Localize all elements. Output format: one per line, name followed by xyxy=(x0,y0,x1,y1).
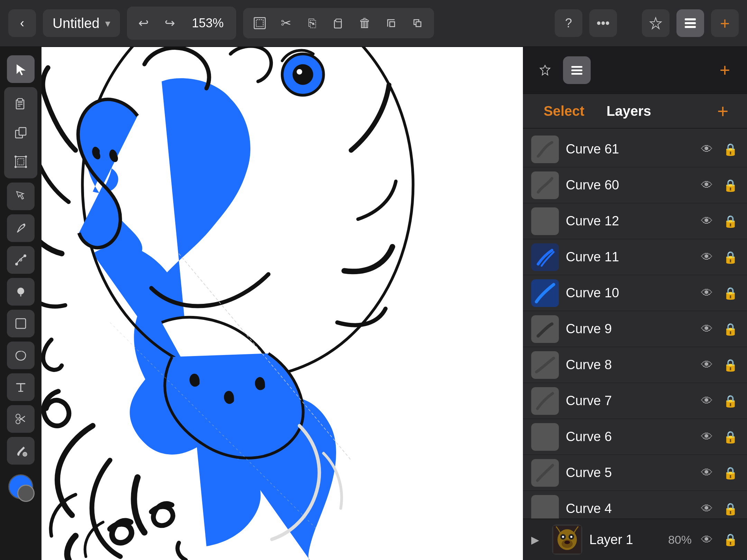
main-area: + Select Layers + Curve 61 👁 🔒 xyxy=(0,47,747,560)
pin-panel-button[interactable] xyxy=(531,56,559,84)
move-forward-button[interactable] xyxy=(405,11,430,36)
group-opacity-layer1: 80% xyxy=(668,533,692,547)
shape-tool[interactable] xyxy=(7,310,35,337)
layer-eye-curve6[interactable]: 👁 xyxy=(699,429,715,445)
layers-tab[interactable]: Layers xyxy=(600,101,658,122)
svg-rect-5 xyxy=(685,22,696,24)
layer-lock-curve4[interactable]: 🔒 xyxy=(722,501,739,517)
layer-lock-curve5[interactable]: 🔒 xyxy=(722,465,739,481)
layer-eye-curve60[interactable]: 👁 xyxy=(699,177,715,194)
node-tool[interactable] xyxy=(7,246,35,274)
secondary-color-swatch[interactable] xyxy=(17,485,35,502)
delete-button[interactable]: 🗑 xyxy=(352,11,377,36)
svg-point-46 xyxy=(562,536,564,538)
layer-item-curve6[interactable]: Curve 6 👁 🔒 xyxy=(523,419,747,455)
scissors-tool[interactable] xyxy=(7,405,35,433)
svg-point-23 xyxy=(20,259,22,261)
add-panel-button[interactable]: + xyxy=(711,9,739,37)
layer-eye-curve11[interactable]: 👁 xyxy=(699,249,715,265)
document-title-button[interactable]: Untitled ▾ xyxy=(43,9,120,37)
layer-lock-curve12[interactable]: 🔒 xyxy=(722,213,739,230)
help-button[interactable]: ? xyxy=(555,9,582,37)
layer-thumb-curve9 xyxy=(531,315,559,343)
transform-tool[interactable] xyxy=(7,148,35,176)
add-layer-button[interactable]: + xyxy=(712,101,733,121)
layer-lock-curve61[interactable]: 🔒 xyxy=(722,141,739,158)
layer-item-curve7[interactable]: Curve 7 👁 🔒 xyxy=(523,383,747,419)
layer-eye-curve4[interactable]: 👁 xyxy=(699,501,715,517)
clipboard-tool[interactable] xyxy=(7,90,35,118)
cut-button[interactable]: ✂ xyxy=(274,11,298,36)
layer-eye-curve7[interactable]: 👁 xyxy=(699,393,715,409)
direct-select-tool[interactable] xyxy=(7,183,35,210)
layer-lock-curve11[interactable]: 🔒 xyxy=(722,249,739,265)
svg-point-21 xyxy=(15,263,18,265)
canvas-area[interactable] xyxy=(42,47,523,560)
history-toolbar: ↩ ↪ 153% xyxy=(127,7,236,40)
layer-item-curve61[interactable]: Curve 61 👁 🔒 xyxy=(523,131,747,167)
redo-button[interactable]: ↪ xyxy=(157,11,182,36)
pin-button[interactable] xyxy=(642,9,670,37)
group-lock-layer1[interactable]: 🔒 xyxy=(722,533,739,547)
layer-name-curve60: Curve 60 xyxy=(566,178,692,193)
layer-item-curve60[interactable]: Curve 60 👁 🔒 xyxy=(523,167,747,203)
more-button[interactable]: ••• xyxy=(589,9,617,37)
layer-item-curve9[interactable]: Curve 9 👁 🔒 xyxy=(523,311,747,347)
layer-item-curve5[interactable]: Curve 5 👁 🔒 xyxy=(523,455,747,491)
layer-eye-curve12[interactable]: 👁 xyxy=(699,213,715,230)
text-tool[interactable] xyxy=(7,373,35,401)
layer-thumb-curve61 xyxy=(531,136,559,163)
lasso-tool[interactable] xyxy=(7,342,35,369)
layer-name-curve5: Curve 5 xyxy=(566,465,692,480)
svg-point-29 xyxy=(23,452,27,456)
layer-lock-curve8[interactable]: 🔒 xyxy=(722,357,739,373)
pen-tool[interactable] xyxy=(7,214,35,242)
layers-panel-button[interactable] xyxy=(676,9,704,37)
zoom-display: 153% xyxy=(184,9,232,37)
copy-button[interactable]: ⎘ xyxy=(300,11,325,36)
brush-tool[interactable] xyxy=(7,278,35,306)
group-expand-icon[interactable]: ▶ xyxy=(531,534,545,546)
left-toolbar xyxy=(0,47,42,560)
svg-point-20 xyxy=(23,224,25,226)
layer-group-item-layer1[interactable]: ▶ Layer 1 80% 👁 🔒 xyxy=(523,519,747,560)
layer-item-curve10[interactable]: Curve 10 👁 🔒 xyxy=(523,275,747,311)
add-new-panel-button[interactable]: + xyxy=(711,56,739,84)
layer-name-curve61: Curve 61 xyxy=(566,142,692,157)
svg-rect-14 xyxy=(16,157,26,167)
select-frame-button[interactable] xyxy=(247,11,272,36)
group-eye-layer1[interactable]: 👁 xyxy=(699,533,715,547)
layer-item-curve8[interactable]: Curve 8 👁 🔒 xyxy=(523,347,747,383)
select-tab[interactable]: Select xyxy=(537,101,591,122)
layers-panel-header: Select Layers + xyxy=(523,94,747,129)
fill-tool[interactable] xyxy=(7,437,35,465)
layer-eye-curve10[interactable]: 👁 xyxy=(699,285,715,301)
duplicate-tool[interactable] xyxy=(7,119,35,147)
svg-point-16 xyxy=(15,156,17,158)
layer-eye-curve61[interactable]: 👁 xyxy=(699,141,715,158)
layer-name-curve7: Curve 7 xyxy=(566,393,692,408)
layer-thumb-curve4 xyxy=(531,495,559,519)
layer-eye-curve8[interactable]: 👁 xyxy=(699,357,715,373)
layer-eye-curve9[interactable]: 👁 xyxy=(699,321,715,337)
layer-lock-curve9[interactable]: 🔒 xyxy=(722,321,739,337)
svg-rect-39 xyxy=(571,73,582,75)
layer-lock-curve10[interactable]: 🔒 xyxy=(722,285,739,301)
svg-point-34 xyxy=(297,69,302,75)
layer-eye-curve5[interactable]: 👁 xyxy=(699,465,715,481)
select-tool[interactable] xyxy=(7,55,35,83)
paste-button[interactable] xyxy=(326,11,351,36)
back-button[interactable]: ‹ xyxy=(8,9,36,37)
layer-item-curve11[interactable]: Curve 11 👁 🔒 xyxy=(523,239,747,275)
layer-lock-curve6[interactable]: 🔒 xyxy=(722,429,739,445)
layer-item-curve12[interactable]: Curve 12 👁 🔒 xyxy=(523,203,747,239)
layer-item-curve4[interactable]: Curve 4 👁 🔒 xyxy=(523,491,747,519)
undo-button[interactable]: ↩ xyxy=(131,11,156,36)
panel-icon-bar: + xyxy=(523,47,747,94)
move-back-button[interactable] xyxy=(379,11,404,36)
layer-lock-curve60[interactable]: 🔒 xyxy=(722,177,739,194)
layer-lock-curve7[interactable]: 🔒 xyxy=(722,393,739,409)
svg-point-17 xyxy=(25,156,27,158)
layers-tab-button[interactable] xyxy=(563,56,591,84)
svg-point-47 xyxy=(570,536,572,538)
